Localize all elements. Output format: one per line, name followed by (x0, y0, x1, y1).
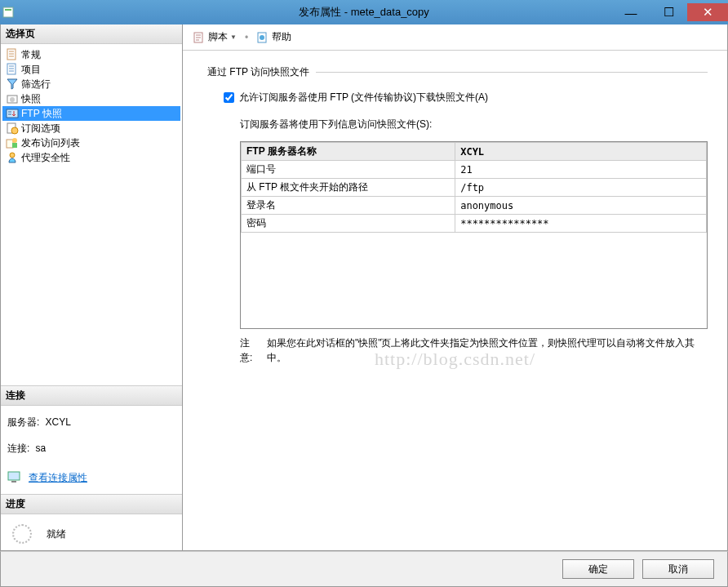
tree-item-label: 筛选行 (21, 78, 51, 91)
prop-value-cell[interactable]: anonymous (455, 197, 707, 215)
sheet-blue-icon (6, 63, 19, 76)
svg-rect-9 (7, 140, 13, 148)
svg-point-17 (260, 35, 264, 40)
view-props-row: 查看连接属性 (7, 468, 175, 487)
conn-label: 连接: (7, 442, 29, 454)
svg-rect-11 (12, 143, 17, 148)
tree-item[interactable]: FTP 快照 (2, 106, 180, 121)
conn-value: sa (36, 442, 47, 454)
toolbar-separator: • (245, 32, 248, 43)
tree-item[interactable]: 订阅选项 (2, 121, 180, 136)
table-row[interactable]: 端口号21 (242, 161, 707, 179)
progress-section: 就绪 (1, 514, 182, 550)
svg-point-12 (10, 153, 15, 158)
connection-section: 服务器: XCYL 连接: sa 查看连接属性 (1, 406, 182, 494)
left-panel: 选择页 常规项目筛选行快照FTP 快照订阅选项发布访问列表代理安全性 连接 服务… (1, 24, 183, 550)
tree-item-label: 订阅选项 (21, 122, 60, 136)
tree-item[interactable]: 快照 (2, 91, 180, 106)
prop-value-cell[interactable]: 21 (455, 161, 707, 179)
allow-ftp-label[interactable]: 允许订阅服务器使用 FTP (文件传输协议)下载快照文件(A) (239, 91, 488, 105)
monitor-icon (7, 471, 24, 484)
ftp-table: FTP 服务器名称XCYL端口号21从 FTP 根文件夹开始的路径/ftp登录名… (241, 142, 707, 233)
snapshot-icon (6, 92, 19, 105)
svg-rect-6 (7, 109, 18, 118)
connection-row: 连接: sa (7, 438, 175, 458)
prop-value-cell[interactable]: /ftp (455, 179, 707, 197)
tree-item-label: 发布访问列表 (21, 136, 80, 150)
server-row: 服务器: XCYL (7, 412, 175, 432)
filter-icon (6, 78, 19, 91)
connection-header: 连接 (1, 385, 182, 406)
note-label: 注意: (240, 336, 262, 365)
window-controls: — ☐ ✕ (612, 3, 728, 21)
close-button[interactable]: ✕ (687, 3, 728, 21)
right-panel: 脚本 ▼ • 帮助 通过 FTP 访问快照文件 允许订阅服务器使用 FTP (文… (183, 24, 727, 550)
table-row[interactable]: 密码*************** (242, 215, 707, 233)
tree-item-label: 快照 (21, 92, 41, 106)
script-button[interactable]: 脚本 ▼ (189, 29, 240, 46)
table-row[interactable]: 登录名anonymous (242, 197, 707, 215)
chevron-down-icon: ▼ (230, 33, 237, 41)
svg-rect-0 (3, 7, 13, 17)
tree-item-label: FTP 快照 (21, 107, 62, 121)
spinner-icon (12, 524, 32, 544)
tree-item[interactable]: 项目 (2, 62, 180, 77)
svg-rect-14 (11, 481, 16, 482)
server-label: 服务器: (7, 416, 39, 428)
options-icon (6, 122, 19, 135)
prop-value-cell[interactable]: *************** (455, 215, 707, 233)
allow-ftp-checkbox[interactable] (224, 92, 234, 103)
progress-status: 就绪 (47, 527, 66, 541)
ftp-icon (6, 107, 19, 120)
maximize-button[interactable]: ☐ (650, 3, 687, 21)
tree-item[interactable]: 代理安全性 (2, 150, 180, 165)
view-connection-props-link[interactable]: 查看连接属性 (29, 468, 87, 487)
prop-name-cell: 从 FTP 根文件夹开始的路径 (242, 179, 455, 197)
security-icon (6, 151, 19, 164)
ftp-grid[interactable]: FTP 服务器名称XCYL端口号21从 FTP 根文件夹开始的路径/ftp登录名… (240, 141, 708, 329)
divider-line (316, 72, 708, 73)
allow-ftp-row: 允许订阅服务器使用 FTP (文件传输协议)下载快照文件(A) (224, 91, 708, 105)
help-icon (256, 31, 269, 44)
group-title-row: 通过 FTP 访问快照文件 (207, 65, 708, 79)
ok-button[interactable]: 确定 (562, 559, 634, 579)
tree-item-label: 代理安全性 (21, 151, 70, 165)
table-row[interactable]: FTP 服务器名称XCYL (242, 143, 707, 161)
select-page-header: 选择页 (1, 24, 182, 44)
prop-value-cell[interactable]: XCYL (455, 143, 707, 161)
nav-tree: 常规项目筛选行快照FTP 快照订阅选项发布访问列表代理安全性 (1, 44, 182, 168)
script-label: 脚本 (208, 30, 228, 44)
progress-header: 进度 (1, 494, 182, 514)
content-area: 通过 FTP 访问快照文件 允许订阅服务器使用 FTP (文件传输协议)下载快照… (183, 51, 727, 550)
info-text: 订阅服务器将使用下列信息访问快照文件(S): (240, 118, 708, 131)
footer: 确定 取消 (0, 551, 728, 587)
svg-point-10 (12, 138, 17, 143)
toolbar: 脚本 ▼ • 帮助 (183, 24, 727, 51)
prop-name-cell: 登录名 (242, 197, 455, 215)
prop-name-cell: 端口号 (242, 161, 455, 179)
help-button[interactable]: 帮助 (253, 29, 295, 46)
script-icon (193, 31, 206, 44)
table-row[interactable]: 从 FTP 根文件夹开始的路径/ftp (242, 179, 707, 197)
access-icon (6, 136, 19, 149)
svg-point-5 (10, 97, 15, 102)
window-title: 发布属性 - mete_data_copy (299, 5, 429, 20)
tree-item[interactable]: 筛选行 (2, 77, 180, 91)
svg-rect-1 (5, 9, 11, 11)
minimize-button[interactable]: — (612, 3, 650, 21)
group-title: 通过 FTP 访问快照文件 (207, 65, 309, 79)
sheet-icon (6, 48, 19, 61)
tree-item-label: 常规 (21, 48, 41, 62)
tree-item[interactable]: 发布访问列表 (2, 136, 180, 150)
server-value: XCYL (46, 416, 71, 428)
prop-name-cell: 密码 (242, 215, 455, 233)
app-icon (0, 0, 18, 24)
tree-item-label: 项目 (21, 63, 41, 77)
tree-item[interactable]: 常规 (2, 47, 180, 62)
svg-rect-13 (8, 472, 20, 480)
cancel-button[interactable]: 取消 (642, 559, 714, 579)
note-row: 注意: 如果您在此对话框的"快照"页上将此文件夹指定为快照文件位置，则快照代理可… (240, 336, 708, 365)
prop-name-cell: FTP 服务器名称 (242, 143, 455, 161)
note-text: 如果您在此对话框的"快照"页上将此文件夹指定为快照文件位置，则快照代理可以自动将… (267, 336, 708, 365)
titlebar: 发布属性 - mete_data_copy — ☐ ✕ (0, 0, 728, 24)
